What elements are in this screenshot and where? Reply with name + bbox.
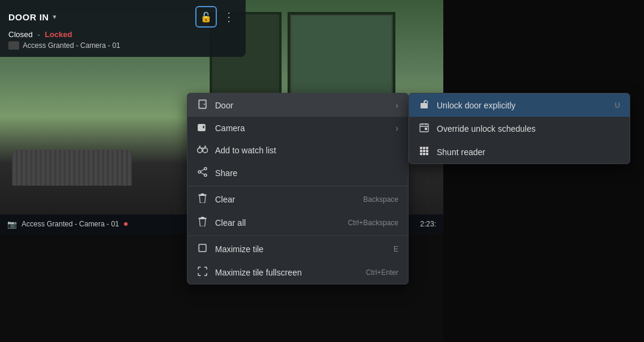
camera-lock-button[interactable]: 🔓	[195, 6, 217, 28]
camera-overlay: DOOR IN ▾ 🔓 ⋮ Closed - Locked Access Gra…	[0, 0, 246, 57]
trash-icon	[197, 193, 208, 205]
status-locked: Locked	[45, 30, 72, 39]
maximize-shortcut: E	[394, 245, 398, 253]
svg-rect-12	[199, 244, 206, 252]
menu-item-maximize-full[interactable]: Maximize tile fullscreen Ctrl+Enter	[188, 261, 408, 284]
door-icon	[197, 99, 208, 111]
svg-rect-23	[423, 150, 425, 152]
svg-point-8	[204, 174, 207, 177]
svg-rect-18	[425, 128, 427, 130]
context-menu-main: Door › Camera › Add to watch list	[187, 93, 409, 285]
svg-rect-24	[426, 150, 428, 152]
menu-item-watch[interactable]: Add to watch list	[188, 139, 408, 161]
right-panel	[443, 0, 644, 342]
menu-item-shunt-reader-label: Shunt reader	[437, 147, 613, 157]
menu-divider-2	[188, 235, 408, 236]
svg-rect-20	[423, 147, 425, 149]
menu-item-override-unlock[interactable]: Override unlock schedules	[409, 117, 630, 140]
menu-item-door[interactable]: Door ›	[188, 93, 408, 117]
camera-title: DOOR IN	[8, 12, 49, 22]
menu-item-camera-label: Camera	[215, 123, 388, 133]
menu-item-clear[interactable]: Clear Backspace	[188, 187, 408, 211]
chevron-down-icon: ▾	[53, 13, 56, 21]
svg-rect-25	[420, 153, 422, 155]
menu-item-share[interactable]: Share	[188, 161, 408, 184]
svg-rect-6	[204, 146, 206, 149]
menu-item-clear-all[interactable]: Clear all Ctrl+Backspace	[188, 211, 408, 234]
camera-bottom-icon: 📷	[7, 220, 17, 229]
camera-arrow-icon: ›	[395, 123, 398, 133]
menu-item-maximize-full-label: Maximize tile fullscreen	[215, 268, 359, 277]
svg-point-2	[204, 104, 205, 105]
menu-item-camera[interactable]: Camera ›	[188, 117, 408, 139]
unlock-door-shortcut: U	[615, 101, 620, 110]
context-menu-sub: Unlock door explicitly U Override unlock…	[409, 93, 630, 164]
svg-rect-13	[421, 103, 428, 108]
svg-rect-26	[423, 153, 425, 155]
door-arrow-icon: ›	[395, 101, 398, 110]
camera-more-button[interactable]: ⋮	[220, 8, 237, 25]
svg-point-7	[204, 168, 207, 170]
maximize-icon	[197, 243, 208, 255]
status-closed: Closed	[8, 30, 32, 39]
camera-time: 2:23:	[420, 220, 436, 228]
menu-item-override-unlock-label: Override unlock schedules	[437, 124, 613, 134]
svg-point-9	[198, 171, 201, 173]
recording-dot	[124, 222, 128, 226]
svg-rect-0	[199, 100, 206, 108]
svg-rect-27	[426, 153, 428, 155]
svg-rect-21	[426, 147, 428, 149]
menu-item-clear-label: Clear	[215, 195, 356, 204]
menu-item-unlock-door[interactable]: Unlock door explicitly U	[409, 93, 630, 117]
clear-shortcut: Backspace	[363, 195, 398, 204]
share-icon	[197, 167, 208, 178]
svg-rect-5	[199, 146, 201, 149]
floor-mat	[12, 150, 132, 186]
camera-access-text: Access Granted - Camera - 01	[23, 41, 120, 50]
clear-all-shortcut: Ctrl+Backspace	[348, 219, 398, 227]
binoculars-icon	[197, 145, 208, 155]
menu-item-clear-all-label: Clear all	[215, 218, 341, 228]
svg-rect-19	[420, 147, 422, 149]
more-icon: ⋮	[223, 10, 235, 24]
menu-item-maximize-label: Maximize tile	[215, 244, 386, 254]
menu-item-door-label: Door	[215, 101, 388, 110]
fullscreen-icon	[197, 267, 208, 278]
svg-line-10	[201, 170, 204, 172]
svg-line-11	[201, 172, 204, 175]
camera-thumbnail	[8, 41, 19, 50]
svg-rect-22	[420, 150, 422, 152]
menu-item-watch-label: Add to watch list	[215, 146, 398, 155]
grid-icon	[419, 146, 430, 158]
trash-all-icon	[197, 217, 208, 228]
menu-divider-1	[188, 186, 408, 186]
camera-bottom-label: Access Granted - Camera - 01	[22, 220, 119, 228]
menu-item-maximize[interactable]: Maximize tile E	[188, 237, 408, 261]
maximize-full-shortcut: Ctrl+Enter	[366, 268, 398, 277]
menu-item-shunt-reader[interactable]: Shunt reader	[409, 140, 630, 164]
lock-icon: 🔓	[200, 11, 212, 23]
unlock-icon	[419, 99, 430, 111]
menu-item-unlock-door-label: Unlock door explicitly	[437, 101, 607, 110]
status-separator: -	[37, 30, 40, 39]
camera-icon	[197, 123, 208, 133]
calendar-icon	[419, 123, 430, 134]
menu-item-share-label: Share	[215, 168, 398, 178]
